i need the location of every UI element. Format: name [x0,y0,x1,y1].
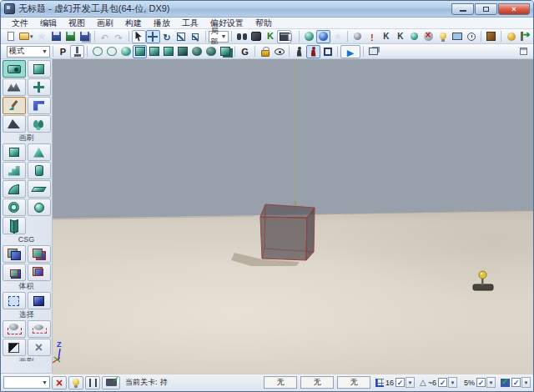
rotate-tool-button[interactable] [160,30,174,43]
sidebar-meshpaint-mode[interactable] [3,97,26,114]
browser-cube-button[interactable] [484,30,498,43]
rotation-grid-checkbox[interactable] [438,378,447,387]
kismet-link-button[interactable]: K [379,30,393,43]
view-mode-lightingonly-button[interactable] [161,45,175,58]
actor-sphere-button[interactable] [302,30,316,43]
select-inside-button[interactable] [3,320,26,338]
view-mode-wireframe-button[interactable] [90,45,104,58]
deselect-all-button[interactable] [28,339,51,356]
menu-file[interactable]: 文件 [6,18,34,29]
new-level-button[interactable] [3,30,18,43]
view-mode-density-button[interactable] [189,45,204,58]
sidebar-staticmesh-mode[interactable] [28,60,51,78]
socket-mode-button[interactable] [316,30,330,43]
kismet-button[interactable]: K [263,30,277,43]
light-actor[interactable] [473,271,493,290]
redo-button[interactable] [112,30,126,43]
maximize-button[interactable] [475,3,497,15]
brush-spiralstair-button[interactable] [3,199,26,216]
visibility-button[interactable] [272,45,286,58]
view-mode-lightmap-button[interactable] [218,45,232,58]
camera-check-button[interactable] [102,376,120,389]
viewport-square-button[interactable] [320,45,335,58]
view-mode-detail-button[interactable] [147,45,161,58]
g-button[interactable]: G [238,45,252,58]
select-tool-button[interactable] [132,30,146,43]
scale-tool-button[interactable] [174,30,189,43]
toggle-lights-button[interactable] [436,30,450,43]
rotation-grid-dropdown[interactable]: ▼ [448,377,457,388]
brush-cone-button[interactable] [28,143,51,161]
possess-button[interactable] [292,45,306,58]
csg-intersect-button[interactable] [3,264,26,281]
close-button[interactable]: × [498,3,530,15]
csg-add-button[interactable] [3,245,26,263]
brush-cube-button[interactable] [3,143,26,161]
status-combo[interactable]: ▼ [3,376,50,389]
sidebar-terrain-mode[interactable] [3,78,26,96]
build-tools-button[interactable] [504,30,518,43]
brush-sheet-button[interactable] [28,180,51,198]
lock-selection-button[interactable] [258,45,272,58]
brush-staircase-button[interactable] [3,162,26,179]
invert-selection-button[interactable] [3,339,26,356]
open-dropdown-arrow-icon[interactable]: ▾ [30,33,33,40]
menu-build[interactable]: 构建 [119,18,148,29]
view-mode-brushwire-button[interactable] [104,45,118,58]
mode-select[interactable]: 模式▼ [7,46,50,58]
scale-snap-dropdown[interactable]: ▼ [486,377,496,388]
add-solid-volume-button[interactable] [28,292,51,309]
statue-button[interactable] [70,45,84,58]
menu-brush[interactable]: 画刷 [91,18,119,29]
perspective-viewport[interactable]: Z [53,59,533,374]
clear-button[interactable] [52,376,67,389]
warning-button[interactable] [365,30,379,43]
detach-viewport-button[interactable] [516,45,531,58]
undo-button[interactable] [98,30,112,43]
builder-brush-cube[interactable] [260,204,315,260]
open-level-button[interactable]: ▾ [18,30,35,43]
kismet-unlink-button[interactable]: K [393,30,407,43]
fullscreen-button[interactable] [450,30,464,43]
columns-button[interactable] [85,376,100,389]
view-mode-lit-button[interactable] [133,45,147,58]
actor-info-button[interactable] [350,30,365,43]
minimize-button[interactable] [451,3,474,15]
brush-volumetric-button[interactable] [3,217,26,234]
menu-help[interactable]: 帮助 [249,18,278,29]
sidebar-camera-mode[interactable] [3,60,26,78]
exit-button[interactable] [518,30,532,43]
view-mode-unlit-button[interactable] [118,45,133,58]
sphere-actor-button[interactable] [407,30,421,43]
favorites-button[interactable] [35,30,49,43]
add-volume-button[interactable] [3,292,26,309]
sidebar-landscape-mode[interactable] [3,115,26,133]
view-mode-shader-button[interactable] [204,45,218,58]
view-mode-complexity-button[interactable] [175,45,189,58]
scale-nonuniform-button[interactable] [189,30,203,43]
move-tool-button[interactable] [146,30,160,43]
p-button[interactable]: P [56,45,70,58]
play-in-editor-button[interactable] [340,45,360,58]
sidebar-transform-mode[interactable] [28,78,51,96]
favorites2-button[interactable] [330,30,345,43]
no-actor-button[interactable] [421,30,436,43]
select-touching-button[interactable] [28,320,51,338]
save-button[interactable] [49,30,63,43]
menu-tools[interactable]: 工具 [176,18,204,29]
coordinate-system-select[interactable]: 局部▼ [209,31,229,43]
scale-snap-checkbox[interactable] [476,378,486,387]
play-from-here-button[interactable] [306,45,320,58]
menu-play[interactable]: 播放 [148,18,176,29]
save-all-button[interactable] [78,30,92,43]
autosave-checkbox[interactable] [511,378,521,387]
sidebar-foliage-mode[interactable] [28,115,51,133]
sidebar-geometry-mode[interactable] [28,97,51,114]
menu-view[interactable]: 视图 [63,18,91,29]
realtime-button[interactable] [464,30,478,43]
search-button[interactable] [234,30,249,43]
drag-grid-dropdown[interactable]: ▼ [406,377,415,388]
csg-deintersect-button[interactable] [28,264,51,281]
drag-grid-checkbox[interactable] [395,378,405,387]
save-as-button[interactable] [63,30,78,43]
